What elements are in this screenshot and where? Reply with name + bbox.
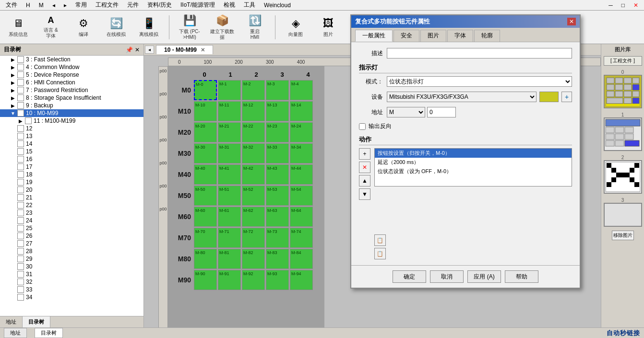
build-data-button[interactable]: 📦 建立下载数据: [208, 13, 237, 41]
sidebar-item-4[interactable]: ▶4 : Common Window: [0, 63, 143, 71]
grid-cell-M-24[interactable]: M-24: [290, 122, 313, 142]
sidebar-item-3[interactable]: ▶3 : Fast Selection: [0, 56, 143, 63]
action-item-1[interactable]: 延迟（2000 ms）: [375, 158, 572, 167]
tree-expand-6[interactable]: ▶: [10, 80, 16, 85]
content-tab-m0m99[interactable]: 10 - M0-M99 ✕: [156, 45, 213, 54]
tree-checkbox-10[interactable]: [17, 110, 24, 117]
tree-checkbox-30[interactable]: [17, 263, 24, 270]
tree-checkbox-7[interactable]: [17, 87, 24, 93]
sidebar-item-10[interactable]: ▼10 : M0-M99: [0, 109, 143, 117]
menu-inspect[interactable]: 检视: [220, 0, 239, 10]
tree-expand-3[interactable]: ▶: [10, 57, 16, 62]
grid-cell-M-54[interactable]: M-54: [290, 186, 313, 206]
tree-checkbox-31[interactable]: [17, 271, 24, 278]
device-select[interactable]: Mitsubishi FX3U/FX3G/FX3GA: [387, 92, 537, 102]
dialog-tab-picture[interactable]: 图片: [420, 30, 446, 42]
address-prefix-select[interactable]: M: [387, 107, 425, 117]
dialog-tab-font[interactable]: 字体: [447, 30, 473, 42]
sidebar-item-9[interactable]: ▶9 : Backup: [0, 102, 143, 109]
sidebar-item-24[interactable]: 24: [0, 217, 143, 224]
address-value-input[interactable]: [427, 107, 456, 117]
grid-cell-M-42[interactable]: M-42: [242, 164, 265, 185]
action-down-button[interactable]: ▼: [359, 188, 370, 200]
grid-cell-M-93[interactable]: M-93: [266, 270, 289, 290]
grid-cell-M-2[interactable]: M-2: [242, 80, 265, 100]
tree-checkbox-21[interactable]: [17, 194, 24, 201]
apply-button[interactable]: 应用 (A): [467, 270, 501, 283]
tree-checkbox-25[interactable]: [17, 225, 24, 232]
grid-cell-M-11[interactable]: M-11: [218, 101, 241, 121]
dialog-close-button[interactable]: ✕: [567, 18, 576, 25]
sidebar-item-26[interactable]: 26: [0, 232, 143, 240]
grid-cell-M-91[interactable]: M-91: [218, 270, 241, 290]
menu-common[interactable]: 常用: [72, 0, 91, 10]
thumb-image-2[interactable]: [604, 160, 642, 194]
tree-checkbox-9[interactable]: [17, 102, 24, 109]
grid-cell-M-90[interactable]: M-90: [194, 270, 217, 290]
grid-cell-M-23[interactable]: M-23: [266, 122, 289, 142]
tree-expand-10[interactable]: ▼: [10, 111, 16, 116]
sidebar-item-6[interactable]: ▶6 : HMI Connection: [0, 79, 143, 86]
sidebar-item-23[interactable]: 23: [0, 209, 143, 217]
sidebar-item-28[interactable]: 28: [0, 247, 143, 255]
grid-cell-M-22[interactable]: M-22: [242, 122, 265, 142]
grid-cell-M-70[interactable]: M-70: [194, 228, 217, 248]
nav-left-arrow[interactable]: ◂: [145, 46, 154, 54]
grid-cell-M-94[interactable]: M-94: [290, 270, 313, 290]
menu-project-file[interactable]: 工程文件: [92, 0, 122, 10]
menu-weincloud[interactable]: Weincloud: [260, 1, 295, 10]
sidebar-item-17[interactable]: 17: [0, 163, 143, 171]
tree-checkbox-29[interactable]: [17, 256, 24, 262]
sidebar-pin-icon[interactable]: 📌: [126, 47, 133, 53]
tree-expand-4[interactable]: ▶: [10, 65, 16, 70]
grid-cell-M-50[interactable]: M-50: [194, 186, 217, 206]
tree-checkbox-5[interactable]: [17, 71, 24, 78]
grid-cell-M-12[interactable]: M-12: [242, 101, 265, 121]
tree-expand-8[interactable]: ▶: [10, 95, 16, 101]
action-item-0[interactable]: 按钮按设置（归按开关，M-0）: [375, 149, 572, 158]
sidebar-item-5[interactable]: ▶5 : Device Response: [0, 71, 143, 79]
menu-iiot[interactable]: IIoT/能源管理: [177, 0, 219, 10]
tree-checkbox-22[interactable]: [17, 202, 24, 209]
action-list[interactable]: 按钮按设置（归按开关，M-0） 延迟（2000 ms） 位状态设置（设为 OFF…: [374, 148, 572, 186]
grid-cell-M-92[interactable]: M-92: [242, 270, 265, 290]
tree-checkbox-34[interactable]: [17, 294, 24, 301]
sidebar-close-icon[interactable]: ✕: [135, 47, 140, 53]
tree-checkbox-17[interactable]: [17, 163, 24, 170]
sidebar-item-14[interactable]: 14: [0, 140, 143, 148]
grid-cell-M-81[interactable]: M-81: [218, 249, 241, 269]
copy-button-1[interactable]: 📋: [374, 234, 386, 246]
menu-undo[interactable]: M: [35, 1, 48, 10]
sidebar-item-15[interactable]: 15: [0, 148, 143, 155]
dialog-tab-outline[interactable]: 轮廓: [474, 30, 500, 42]
grid-cell-M-41[interactable]: M-41: [218, 164, 241, 185]
tree-checkbox-12[interactable]: [17, 125, 24, 132]
win-minimize[interactable]: ─: [605, 1, 617, 10]
sidebar-item-20[interactable]: 20: [0, 186, 143, 194]
tree-checkbox-4[interactable]: [17, 64, 24, 70]
tree-checkbox-20[interactable]: [17, 186, 24, 193]
tree-checkbox-27[interactable]: [17, 240, 24, 247]
grid-cell-M-31[interactable]: M-31: [218, 143, 241, 163]
sidebar-tab-directory[interactable]: 目录树: [23, 316, 50, 327]
grid-cell-M-62[interactable]: M-62: [242, 207, 265, 227]
dialog-tab-security[interactable]: 安全: [394, 30, 419, 42]
grid-cell-M-34[interactable]: M-34: [290, 143, 313, 163]
grid-cell-M-80[interactable]: M-80: [194, 249, 217, 269]
help-button[interactable]: 帮助: [505, 270, 538, 283]
grid-cell-M-63[interactable]: M-63: [266, 207, 289, 227]
confirm-button[interactable]: 确定: [393, 270, 426, 283]
sidebar-item-21[interactable]: 21: [0, 194, 143, 201]
content-tab-close[interactable]: ✕: [201, 47, 205, 53]
cancel-button[interactable]: 取消: [430, 270, 464, 283]
copy-button-2[interactable]: 📋: [374, 248, 386, 259]
sidebar-item-22[interactable]: 22: [0, 201, 143, 209]
sidebar-item-30[interactable]: 30: [0, 263, 143, 270]
grid-cell-M-30[interactable]: M-30: [194, 143, 217, 163]
menu-data-history[interactable]: 资料/历史: [143, 0, 176, 10]
tree-checkbox-18[interactable]: [17, 171, 24, 178]
grid-cell-M-3[interactable]: M-3: [266, 80, 289, 100]
sidebar-item-29[interactable]: 29: [0, 255, 143, 263]
grid-cell-M-61[interactable]: M-61: [218, 207, 241, 227]
menu-tools[interactable]: 工具: [240, 0, 259, 10]
